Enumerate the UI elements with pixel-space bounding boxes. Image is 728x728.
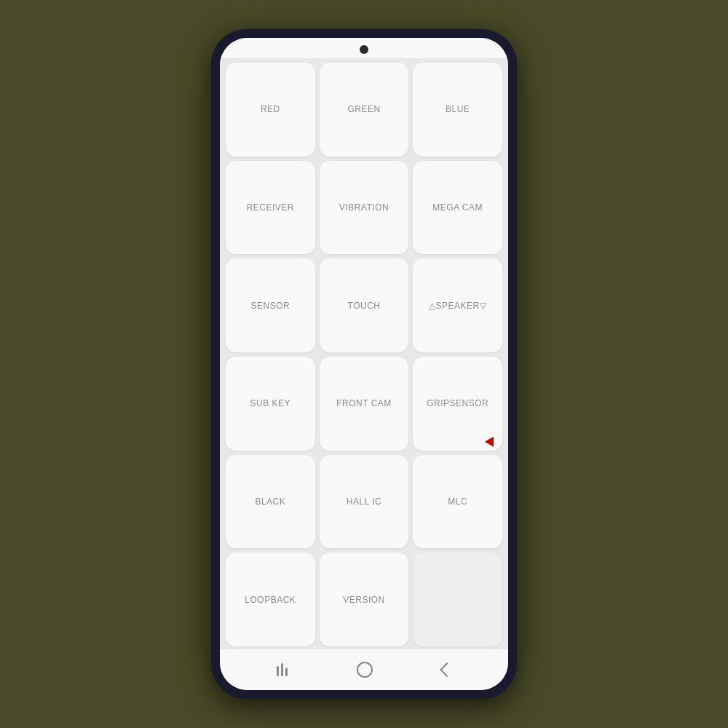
cell-label-vibration: VIBRATION xyxy=(336,199,392,215)
cursor-indicator xyxy=(485,434,498,446)
grid-cell-mlc[interactable]: MLC xyxy=(413,455,502,549)
grid-cell-mega-cam[interactable]: MEGA CAM xyxy=(413,161,502,255)
grid-cell-blue[interactable]: BLUE xyxy=(413,63,502,157)
recents-button[interactable] xyxy=(277,663,288,676)
grid-cell-empty-last[interactable] xyxy=(413,553,502,646)
grid-cell-receiver[interactable]: RECEIVER xyxy=(226,161,315,255)
cell-label-sub-key: SUB KEY xyxy=(248,395,294,411)
app-grid: REDGREENBLUERECEIVERVIBRATIONMEGA CAMSEN… xyxy=(220,58,508,649)
grid-cell-sub-key[interactable]: SUB KEY xyxy=(226,357,315,451)
grid-cell-loopback[interactable]: LOOPBACK xyxy=(226,553,315,646)
cell-label-mega-cam: MEGA CAM xyxy=(430,199,486,215)
grid-cell-touch[interactable]: TOUCH xyxy=(320,258,409,352)
navigation-bar xyxy=(220,649,508,690)
home-icon xyxy=(357,662,373,678)
grid-cell-gripsensor[interactable]: GRIPSENSOR xyxy=(413,357,502,451)
phone-device: REDGREENBLUERECEIVERVIBRATIONMEGA CAMSEN… xyxy=(211,29,517,699)
cell-label-red: RED xyxy=(258,101,283,117)
grid-cell-front-cam[interactable]: FRONT CAM xyxy=(320,357,409,451)
camera-area xyxy=(220,38,508,58)
grid-cell-vibration[interactable]: VIBRATION xyxy=(320,161,409,255)
cell-label-gripsensor: GRIPSENSOR xyxy=(424,395,491,411)
front-camera xyxy=(360,45,368,54)
cell-label-loopback: LOOPBACK xyxy=(242,592,298,608)
home-button[interactable] xyxy=(357,662,373,678)
cell-label-speaker: △SPEAKER▽ xyxy=(426,298,489,314)
cell-label-sensor: SENSOR xyxy=(248,298,293,314)
grid-cell-hall-ic[interactable]: HALL IC xyxy=(320,455,409,549)
grid-cell-version[interactable]: VERSION xyxy=(320,553,409,646)
cell-label-front-cam: FRONT CAM xyxy=(333,395,395,411)
cell-label-black: BLACK xyxy=(252,494,288,510)
cell-label-version: VERSION xyxy=(340,592,388,608)
back-button[interactable] xyxy=(442,665,452,675)
grid-cell-sensor[interactable]: SENSOR xyxy=(226,258,315,352)
cell-label-mlc: MLC xyxy=(445,494,470,510)
cell-label-green: GREEN xyxy=(344,101,383,117)
cell-label-blue: BLUE xyxy=(443,101,472,117)
grid-cell-green[interactable]: GREEN xyxy=(320,63,409,157)
grid-cell-red[interactable]: RED xyxy=(226,63,315,157)
back-icon xyxy=(440,662,454,677)
cell-label-touch: TOUCH xyxy=(345,298,384,314)
cell-label-hall-ic: HALL IC xyxy=(344,494,384,510)
phone-screen: REDGREENBLUERECEIVERVIBRATIONMEGA CAMSEN… xyxy=(220,38,508,690)
cell-label-receiver: RECEIVER xyxy=(244,199,297,215)
grid-cell-speaker[interactable]: △SPEAKER▽ xyxy=(413,258,502,352)
grid-cell-black[interactable]: BLACK xyxy=(226,455,315,549)
recents-icon xyxy=(277,663,288,676)
